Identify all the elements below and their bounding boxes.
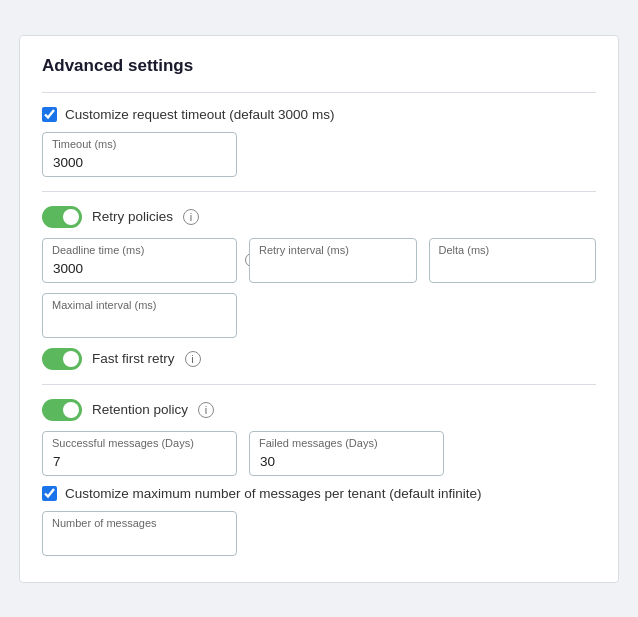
retention-section: Retention policy i Successful messages (… xyxy=(42,399,596,556)
deadline-field-wrap: Deadline time (ms) xyxy=(42,238,237,283)
successful-field-wrap: Successful messages (Days) xyxy=(42,431,237,476)
timeout-checkbox-label: Customize request timeout (default 3000 … xyxy=(65,107,334,122)
max-messages-checkbox-label: Customize maximum number of messages per… xyxy=(65,486,481,501)
maximal-input[interactable] xyxy=(42,293,237,338)
retention-info-icon: i xyxy=(198,402,214,418)
timeout-input[interactable] xyxy=(42,132,237,177)
failed-input[interactable] xyxy=(249,431,444,476)
page-title: Advanced settings xyxy=(42,56,596,76)
retention-toggle[interactable] xyxy=(42,399,82,421)
deadline-wrap: Deadline time (ms) i xyxy=(42,238,237,283)
retry-toggle-row: Retry policies i xyxy=(42,206,596,228)
divider-1 xyxy=(42,92,596,93)
maximal-row: Maximal interval (ms) xyxy=(42,293,596,338)
max-messages-checkbox[interactable] xyxy=(42,486,57,501)
fast-first-info-icon: i xyxy=(185,351,201,367)
advanced-settings-card: Advanced settings Customize request time… xyxy=(19,35,619,583)
maximal-field-wrap: Maximal interval (ms) xyxy=(42,293,237,338)
retry-section: Retry policies i Deadline time (ms) i Re… xyxy=(42,206,596,370)
retry-interval-field-wrap: Retry interval (ms) xyxy=(249,238,417,283)
retry-toggle-label: Retry policies xyxy=(92,209,173,224)
timeout-field-wrap: Timeout (ms) xyxy=(42,132,237,177)
retention-toggle-row: Retention policy i xyxy=(42,399,596,421)
retention-toggle-label: Retention policy xyxy=(92,402,188,417)
deadline-input[interactable] xyxy=(42,238,237,283)
num-messages-field-wrap: Number of messages xyxy=(42,511,237,556)
fast-first-toggle-label: Fast first retry xyxy=(92,351,175,366)
successful-input[interactable] xyxy=(42,431,237,476)
retry-fields-row: Deadline time (ms) i Retry interval (ms)… xyxy=(42,238,596,283)
max-messages-checkbox-row: Customize maximum number of messages per… xyxy=(42,486,596,501)
retry-info-icon: i xyxy=(183,209,199,225)
divider-3 xyxy=(42,384,596,385)
fast-first-toggle-row: Fast first retry i xyxy=(42,348,596,370)
retry-toggle[interactable] xyxy=(42,206,82,228)
timeout-checkbox-row: Customize request timeout (default 3000 … xyxy=(42,107,596,122)
delta-field-wrap: Delta (ms) xyxy=(429,238,597,283)
delta-input[interactable] xyxy=(429,238,597,283)
retention-fields-row: Successful messages (Days) Failed messag… xyxy=(42,431,596,476)
timeout-section: Customize request timeout (default 3000 … xyxy=(42,107,596,177)
timeout-checkbox[interactable] xyxy=(42,107,57,122)
retry-interval-input[interactable] xyxy=(249,238,417,283)
failed-field-wrap: Failed messages (Days) xyxy=(249,431,444,476)
divider-2 xyxy=(42,191,596,192)
fast-first-toggle[interactable] xyxy=(42,348,82,370)
num-messages-input[interactable] xyxy=(42,511,237,556)
